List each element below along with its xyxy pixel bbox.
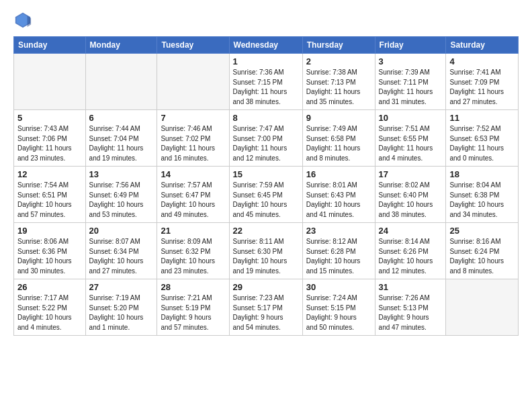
day-number: 31 [379, 282, 443, 292]
day-info: Sunrise: 8:11 AM Sunset: 6:30 PM Dayligh… [233, 237, 299, 276]
day-number: 10 [379, 113, 443, 123]
calendar-cell: 12Sunrise: 7:54 AM Sunset: 6:51 PM Dayli… [14, 167, 86, 223]
calendar-cell: 24Sunrise: 8:14 AM Sunset: 6:26 PM Dayli… [375, 223, 446, 279]
weekday-header-tuesday: Tuesday [157, 37, 229, 54]
day-number: 25 [449, 226, 515, 236]
day-info: Sunrise: 7:26 AM Sunset: 5:13 PM Dayligh… [379, 293, 443, 332]
day-info: Sunrise: 8:12 AM Sunset: 6:28 PM Dayligh… [306, 237, 371, 276]
day-number: 13 [89, 169, 154, 179]
calendar-cell: 10Sunrise: 7:51 AM Sunset: 6:55 PM Dayli… [375, 110, 446, 167]
week-row-3: 12Sunrise: 7:54 AM Sunset: 6:51 PM Dayli… [14, 167, 519, 223]
day-number: 9 [306, 113, 371, 123]
calendar-cell: 23Sunrise: 8:12 AM Sunset: 6:28 PM Dayli… [302, 223, 375, 279]
day-info: Sunrise: 7:51 AM Sunset: 6:55 PM Dayligh… [379, 124, 443, 163]
day-number: 11 [449, 113, 515, 123]
day-info: Sunrise: 8:04 AM Sunset: 6:38 PM Dayligh… [449, 181, 515, 220]
logo [13, 11, 35, 30]
header [13, 11, 519, 30]
calendar-cell: 25Sunrise: 8:16 AM Sunset: 6:24 PM Dayli… [446, 223, 519, 279]
day-number: 19 [17, 226, 82, 236]
day-info: Sunrise: 7:44 AM Sunset: 7:04 PM Dayligh… [89, 124, 154, 163]
calendar-cell: 22Sunrise: 8:11 AM Sunset: 6:30 PM Dayli… [229, 223, 302, 279]
calendar-table: SundayMondayTuesdayWednesdayThursdayFrid… [13, 36, 519, 336]
day-info: Sunrise: 7:56 AM Sunset: 6:49 PM Dayligh… [89, 181, 154, 220]
day-number: 16 [306, 169, 371, 179]
day-info: Sunrise: 7:38 AM Sunset: 7:13 PM Dayligh… [306, 68, 371, 107]
week-row-1: 1Sunrise: 7:36 AM Sunset: 7:15 PM Daylig… [14, 54, 519, 110]
calendar-cell: 29Sunrise: 7:23 AM Sunset: 5:17 PM Dayli… [229, 279, 302, 336]
calendar-cell: 9Sunrise: 7:49 AM Sunset: 6:58 PM Daylig… [302, 110, 375, 167]
calendar-cell: 15Sunrise: 7:59 AM Sunset: 6:45 PM Dayli… [229, 167, 302, 223]
day-info: Sunrise: 8:16 AM Sunset: 6:24 PM Dayligh… [449, 237, 515, 276]
day-number: 29 [233, 282, 299, 292]
calendar-cell: 8Sunrise: 7:47 AM Sunset: 7:00 PM Daylig… [229, 110, 302, 167]
day-number: 21 [161, 226, 225, 236]
calendar-cell: 30Sunrise: 7:24 AM Sunset: 5:15 PM Dayli… [302, 279, 375, 336]
day-info: Sunrise: 7:43 AM Sunset: 7:06 PM Dayligh… [17, 124, 82, 163]
day-number: 12 [17, 169, 82, 179]
day-number: 4 [449, 56, 515, 66]
day-info: Sunrise: 7:24 AM Sunset: 5:15 PM Dayligh… [306, 293, 371, 332]
weekday-header-wednesday: Wednesday [229, 37, 302, 54]
day-number: 6 [89, 113, 154, 123]
day-info: Sunrise: 8:09 AM Sunset: 6:32 PM Dayligh… [161, 237, 225, 276]
calendar-cell: 1Sunrise: 7:36 AM Sunset: 7:15 PM Daylig… [229, 54, 302, 110]
day-info: Sunrise: 7:21 AM Sunset: 5:19 PM Dayligh… [161, 293, 225, 332]
day-number: 30 [306, 282, 371, 292]
calendar-cell: 14Sunrise: 7:57 AM Sunset: 6:47 PM Dayli… [157, 167, 229, 223]
weekday-header-sunday: Sunday [14, 37, 86, 54]
day-info: Sunrise: 7:19 AM Sunset: 5:20 PM Dayligh… [89, 293, 154, 332]
calendar-cell: 5Sunrise: 7:43 AM Sunset: 7:06 PM Daylig… [14, 110, 86, 167]
day-number: 3 [379, 56, 443, 66]
day-info: Sunrise: 7:59 AM Sunset: 6:45 PM Dayligh… [233, 181, 299, 220]
day-number: 17 [379, 169, 443, 179]
weekday-header-friday: Friday [375, 37, 446, 54]
calendar-cell [85, 54, 157, 110]
calendar-cell: 26Sunrise: 7:17 AM Sunset: 5:22 PM Dayli… [14, 279, 86, 336]
calendar-cell: 27Sunrise: 7:19 AM Sunset: 5:20 PM Dayli… [85, 279, 157, 336]
day-info: Sunrise: 8:14 AM Sunset: 6:26 PM Dayligh… [379, 237, 443, 276]
day-number: 23 [306, 226, 371, 236]
day-info: Sunrise: 8:06 AM Sunset: 6:36 PM Dayligh… [17, 237, 82, 276]
day-info: Sunrise: 8:02 AM Sunset: 6:40 PM Dayligh… [379, 181, 443, 220]
calendar-cell: 6Sunrise: 7:44 AM Sunset: 7:04 PM Daylig… [85, 110, 157, 167]
day-info: Sunrise: 7:54 AM Sunset: 6:51 PM Dayligh… [17, 181, 82, 220]
calendar-cell: 21Sunrise: 8:09 AM Sunset: 6:32 PM Dayli… [157, 223, 229, 279]
week-row-2: 5Sunrise: 7:43 AM Sunset: 7:06 PM Daylig… [14, 110, 519, 167]
day-number: 27 [89, 282, 154, 292]
day-info: Sunrise: 7:17 AM Sunset: 5:22 PM Dayligh… [17, 293, 82, 332]
weekday-header-saturday: Saturday [446, 37, 519, 54]
day-info: Sunrise: 7:36 AM Sunset: 7:15 PM Dayligh… [233, 68, 299, 107]
day-info: Sunrise: 7:41 AM Sunset: 7:09 PM Dayligh… [449, 68, 515, 107]
calendar-cell: 11Sunrise: 7:52 AM Sunset: 6:53 PM Dayli… [446, 110, 519, 167]
calendar-cell [446, 279, 519, 336]
day-number: 1 [233, 56, 299, 66]
day-number: 8 [233, 113, 299, 123]
calendar-cell: 3Sunrise: 7:39 AM Sunset: 7:11 PM Daylig… [375, 54, 446, 110]
calendar-cell [14, 54, 86, 110]
page: SundayMondayTuesdayWednesdayThursdayFrid… [0, 0, 532, 347]
calendar-cell: 19Sunrise: 8:06 AM Sunset: 6:36 PM Dayli… [14, 223, 86, 279]
day-number: 28 [161, 282, 225, 292]
calendar-cell: 17Sunrise: 8:02 AM Sunset: 6:40 PM Dayli… [375, 167, 446, 223]
calendar-cell: 31Sunrise: 7:26 AM Sunset: 5:13 PM Dayli… [375, 279, 446, 336]
day-number: 22 [233, 226, 299, 236]
calendar-cell: 16Sunrise: 8:01 AM Sunset: 6:43 PM Dayli… [302, 167, 375, 223]
weekday-header-row: SundayMondayTuesdayWednesdayThursdayFrid… [14, 37, 519, 54]
week-row-4: 19Sunrise: 8:06 AM Sunset: 6:36 PM Dayli… [14, 223, 519, 279]
calendar-cell: 18Sunrise: 8:04 AM Sunset: 6:38 PM Dayli… [446, 167, 519, 223]
calendar-cell: 20Sunrise: 8:07 AM Sunset: 6:34 PM Dayli… [85, 223, 157, 279]
day-number: 15 [233, 169, 299, 179]
day-info: Sunrise: 7:39 AM Sunset: 7:11 PM Dayligh… [379, 68, 443, 107]
day-info: Sunrise: 7:47 AM Sunset: 7:00 PM Dayligh… [233, 124, 299, 163]
day-info: Sunrise: 7:49 AM Sunset: 6:58 PM Dayligh… [306, 124, 371, 163]
calendar-cell: 28Sunrise: 7:21 AM Sunset: 5:19 PM Dayli… [157, 279, 229, 336]
calendar-cell: 4Sunrise: 7:41 AM Sunset: 7:09 PM Daylig… [446, 54, 519, 110]
day-number: 18 [449, 169, 515, 179]
svg-marker-2 [28, 15, 32, 27]
calendar-cell: 13Sunrise: 7:56 AM Sunset: 6:49 PM Dayli… [85, 167, 157, 223]
day-info: Sunrise: 7:46 AM Sunset: 7:02 PM Dayligh… [161, 124, 225, 163]
day-number: 14 [161, 169, 225, 179]
day-number: 24 [379, 226, 443, 236]
weekday-header-monday: Monday [85, 37, 157, 54]
